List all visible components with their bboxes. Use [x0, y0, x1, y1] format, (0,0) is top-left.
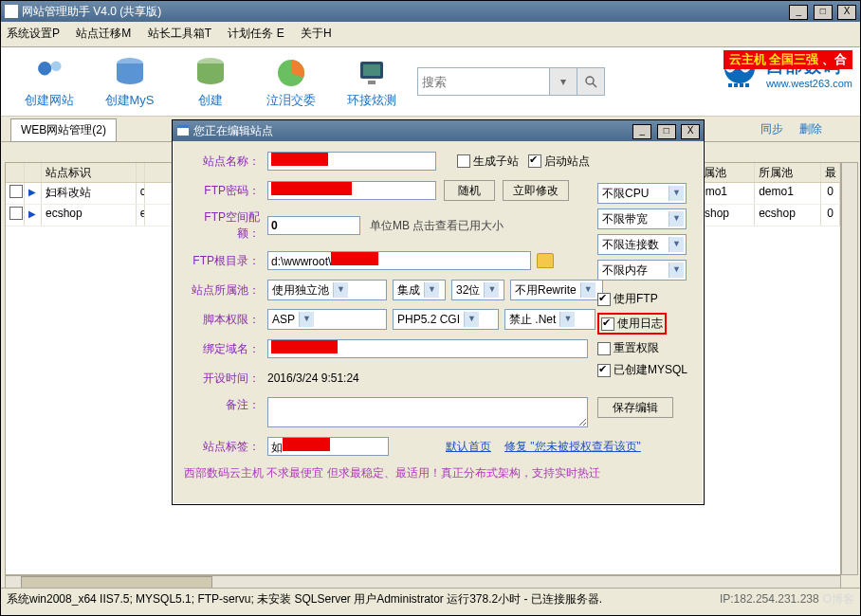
- php-select[interactable]: PHP5.2 CGI▼: [393, 309, 499, 330]
- red-banner: 云主机 全国三强 、合: [724, 50, 852, 69]
- brand-en: www.west263.com: [766, 78, 852, 89]
- search-button[interactable]: [577, 68, 604, 95]
- pipeline-select[interactable]: 集成▼: [393, 280, 446, 300]
- tool-5[interactable]: 环接炫测: [331, 54, 412, 109]
- wrench-icon: [30, 54, 68, 92]
- svg-rect-5: [363, 64, 380, 76]
- tool-3[interactable]: 创建: [170, 54, 250, 109]
- tab-web-manage[interactable]: WEB网站管理(2): [10, 118, 117, 142]
- main-titlebar[interactable]: 网站管理助手 V4.0 (共享版) _ □ X: [1, 1, 860, 22]
- status-ip: IP:182.254.231.238: [720, 592, 819, 606]
- status-bar: 系统win2008_x64 IIS7.5; MYSQL5.1; FTP-serv…: [1, 588, 860, 615]
- save-edit-button[interactable]: 保存编辑: [597, 397, 673, 418]
- svg-rect-10: [728, 83, 732, 87]
- use-ftp-checkbox[interactable]: [597, 293, 611, 306]
- domain-input[interactable]: [267, 339, 588, 358]
- col-last[interactable]: 最: [821, 163, 840, 182]
- default-page-link[interactable]: 默认首页: [446, 439, 491, 455]
- svg-line-8: [593, 83, 596, 87]
- site-name-input[interactable]: [267, 152, 436, 171]
- maximize-button[interactable]: □: [814, 5, 833, 20]
- link-sync[interactable]: 同步: [760, 122, 783, 136]
- svg-rect-6: [368, 81, 376, 84]
- dotnet-select[interactable]: 禁止 .Net▼: [504, 309, 595, 330]
- close-button[interactable]: X: [837, 5, 856, 20]
- status-left: 系统win2008_x64 IIS7.5; MYSQL5.1; FTP-serv…: [7, 591, 720, 612]
- link-delete[interactable]: 删除: [799, 122, 822, 136]
- menu-toolbox[interactable]: 站长工具箱T: [148, 27, 211, 40]
- script-select[interactable]: ASP▼: [267, 309, 387, 330]
- dialog-maximize-button[interactable]: □: [657, 124, 676, 139]
- menu-migrate[interactable]: 站点迁移M: [76, 27, 131, 40]
- menu-about[interactable]: 关于H: [301, 27, 332, 40]
- tool-4[interactable]: 泣泪交委: [250, 54, 331, 109]
- dialog-icon: [176, 124, 190, 137]
- menu-system[interactable]: 系统设置P: [7, 27, 60, 40]
- use-log-highlight: 使用日志: [597, 313, 667, 335]
- window-controls: _ □ X: [787, 4, 856, 20]
- menu-tasks[interactable]: 计划任务 E: [228, 27, 284, 40]
- start-site-checkbox[interactable]: [528, 154, 541, 168]
- cpu-select[interactable]: 不限CPU▼: [597, 183, 687, 204]
- gen-child-checkbox[interactable]: [457, 154, 470, 168]
- dialog-minimize-button[interactable]: _: [632, 124, 651, 139]
- row-checkbox[interactable]: [9, 207, 23, 220]
- search-dropdown-button[interactable]: ▾: [549, 68, 577, 95]
- mem-select[interactable]: 不限内存▼: [597, 260, 687, 281]
- tool-create-mysql[interactable]: 创建MyS: [89, 54, 170, 109]
- play-icon: ▶: [28, 187, 36, 197]
- main-window: 网站管理助手 V4.0 (共享版) _ □ X 系统设置P 站点迁移M 站长工具…: [0, 0, 861, 616]
- repair-link[interactable]: 修复 "您未被授权查看该页": [504, 439, 641, 455]
- svg-rect-15: [177, 125, 189, 128]
- conn-select[interactable]: 不限连接数▼: [597, 234, 687, 255]
- dialog-close-button[interactable]: X: [681, 124, 700, 139]
- ftp-root-input[interactable]: d:\wwwroot\: [267, 251, 531, 270]
- vertical-scrollbar[interactable]: [841, 162, 858, 575]
- rewrite-select[interactable]: 不用Rewrite▼: [510, 280, 603, 300]
- search-box: ▾: [417, 67, 605, 96]
- pool-select[interactable]: 使用独立池▼: [267, 280, 387, 300]
- bandwidth-select[interactable]: 不限带宽▼: [597, 208, 687, 229]
- ftp-password-input[interactable]: [267, 181, 436, 200]
- play-icon: ▶: [28, 208, 36, 219]
- search-icon: [584, 75, 597, 88]
- dialog-titlebar[interactable]: 您正在编辑站点 _ □ X: [173, 120, 704, 141]
- row-checkbox[interactable]: [9, 185, 23, 198]
- db2-icon: [192, 54, 229, 92]
- svg-rect-14: [177, 127, 189, 136]
- minimize-button[interactable]: _: [789, 5, 808, 20]
- open-time-value: 2016/3/24 9:51:24: [267, 371, 359, 385]
- col-site-id[interactable]: 站点标识: [42, 163, 137, 182]
- mysql-created-checkbox[interactable]: [597, 364, 611, 377]
- svg-rect-13: [745, 83, 749, 87]
- remark-input[interactable]: [267, 397, 588, 427]
- change-now-button[interactable]: 立即修改: [503, 180, 569, 201]
- search-input[interactable]: [418, 69, 549, 94]
- reset-perm-checkbox[interactable]: [597, 342, 611, 355]
- tool-create-site[interactable]: 创建网站: [9, 54, 89, 109]
- pie-icon: [272, 54, 310, 92]
- svg-rect-11: [734, 83, 738, 87]
- dialog-title: 您正在编辑站点: [193, 123, 631, 139]
- svg-rect-12: [740, 83, 743, 87]
- bit-select[interactable]: 32位▼: [451, 280, 504, 300]
- tag-input[interactable]: 如: [267, 437, 389, 456]
- svg-point-7: [586, 77, 594, 84]
- folder-icon[interactable]: [537, 253, 554, 268]
- menu-bar: 系统设置P 站点迁移M 站长工具箱T 计划任务 E 关于H: [1, 22, 860, 47]
- app-icon: [5, 5, 18, 18]
- svg-point-0: [50, 61, 61, 71]
- edit-site-dialog: 您正在编辑站点 _ □ X 站点名称： 生成子站 启动站点 FTP密码： 随机 …: [172, 119, 705, 505]
- right-column: 不限CPU▼ 不限带宽▼ 不限连接数▼ 不限内存▼ 使用FTP 使用日志 重置权…: [597, 183, 692, 418]
- main-title: 网站管理助手 V4.0 (共享版): [22, 4, 787, 20]
- monitor-icon: [353, 54, 391, 92]
- use-log-checkbox[interactable]: [601, 317, 614, 331]
- promo-text: 西部数码云主机 不求最便宜 但求最稳定、最适用！真正分布式架构，支持实时热迁: [184, 465, 692, 481]
- database-icon: [111, 54, 149, 92]
- col-pool2[interactable]: 所属池: [755, 163, 821, 182]
- ftp-quota-input[interactable]: [267, 216, 360, 235]
- random-button[interactable]: 随机: [444, 180, 495, 201]
